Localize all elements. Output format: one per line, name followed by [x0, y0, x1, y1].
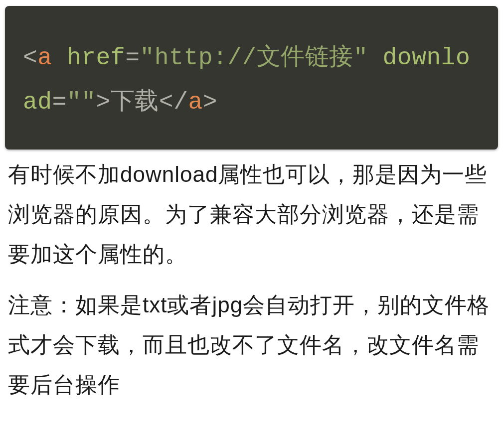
code-token-equals: = — [52, 89, 67, 116]
code-token-tag: a — [188, 89, 202, 116]
code-token-attr: href — [67, 44, 125, 71]
code-token-string: "" — [67, 89, 96, 116]
code-token-punct: > — [96, 89, 111, 116]
code-token-punct: > — [203, 89, 217, 116]
code-token-punct: < — [23, 44, 37, 71]
paragraph-1: 有时候不加download属性也可以，那是因为一些浏览器的原因。为了兼容大部分浏… — [0, 154, 503, 274]
code-token-text: 下载 — [111, 89, 159, 116]
code-token-equals: = — [125, 44, 140, 71]
code-block: <a href="http://文件链接" download="">下载</a> — [5, 6, 498, 149]
paragraph-2: 注意：如果是txt或者jpg会自动打开，别的文件格式才会下载，而且也改不了文件名… — [0, 285, 503, 405]
code-token-tag: a — [37, 44, 52, 71]
code-token-space — [368, 44, 382, 71]
code-token-punct: </ — [159, 89, 188, 116]
code-token-string: "http://文件链接" — [140, 44, 368, 71]
code-token-space — [52, 44, 67, 71]
code-line: <a href="http://文件链接" download="">下载</a> — [23, 36, 480, 125]
